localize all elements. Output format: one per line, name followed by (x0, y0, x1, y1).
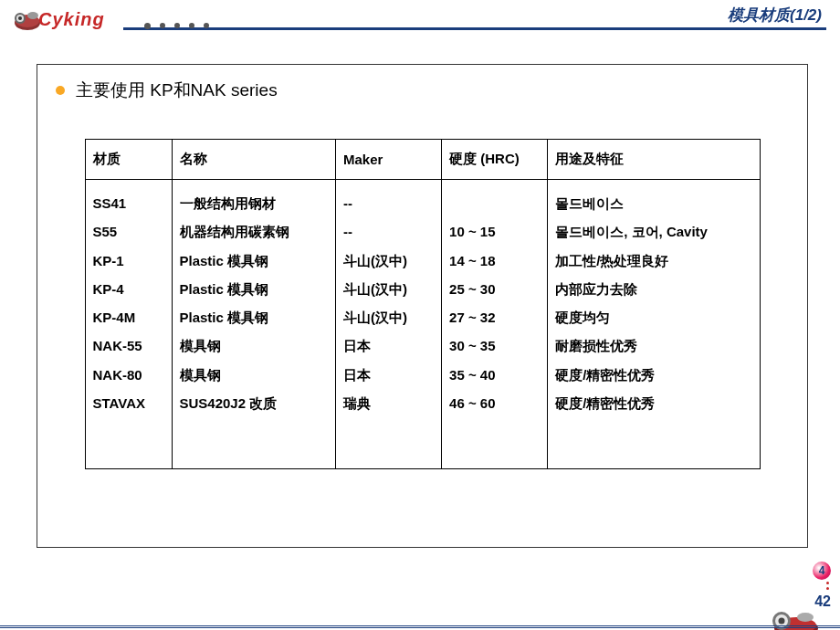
table-row: S55机器结构用碳素钢--10 ~ 15몰드베이스, 코어, Cavity (85, 217, 760, 246)
table-row: KP-4Plastic 模具钢斗山(汉中)25 ~ 30内部应力去除 (85, 275, 760, 303)
th-name: 名称 (172, 140, 335, 180)
cell-material: S55 (85, 217, 172, 246)
cell-usage: 몰드베이스, 코어, Cavity (548, 217, 760, 246)
cell-name: 模具钢 (172, 331, 335, 360)
footer-dots (826, 582, 829, 590)
cell-name: Plastic 模具钢 (172, 247, 335, 275)
cell-hardness: 14 ~ 18 (442, 247, 548, 275)
badge-number: 4 (813, 562, 831, 580)
cell-material: KP-4 (85, 275, 172, 303)
svg-point-10 (779, 618, 785, 625)
th-hardness: 硬度 (HRC) (442, 140, 548, 180)
section-header: 主要使用 KP和NAK series (37, 65, 807, 116)
table-header-row: 材质 名称 Maker 硬度 (HRC) 用途及特征 (85, 140, 760, 180)
cell-maker: 瑞典 (335, 389, 441, 469)
svg-point-11 (797, 613, 814, 622)
cell-material: STAVAX (85, 389, 172, 469)
table-row: KP-4MPlastic 模具钢斗山(汉中)27 ~ 32硬度均匀 (85, 303, 760, 331)
cell-hardness: 25 ~ 30 (442, 275, 548, 303)
cell-hardness: 10 ~ 15 (442, 217, 548, 246)
th-maker: Maker (335, 140, 441, 180)
cell-name: 模具钢 (172, 361, 335, 389)
th-usage: 用途及特征 (548, 140, 760, 180)
cell-maker: -- (335, 180, 441, 218)
cell-usage: 加工性/热处理良好 (548, 247, 760, 275)
table-row: KP-1Plastic 模具钢斗山(汉中)14 ~ 18加工性/热处理良好 (85, 247, 760, 275)
section-title: 主要使用 KP和NAK series (76, 79, 278, 102)
cell-hardness: 46 ~ 60 (442, 389, 548, 469)
cell-maker: 日本 (335, 331, 441, 360)
cell-usage: 硬度/精密性优秀 (548, 361, 760, 389)
cell-name: 机器结构用碳素钢 (172, 217, 335, 246)
cell-maker: 斗山(汉中) (335, 275, 441, 303)
cell-hardness (442, 180, 548, 218)
cell-material: SS41 (85, 180, 172, 218)
cell-maker: 斗山(汉中) (335, 303, 441, 331)
svg-point-5 (27, 12, 38, 19)
header-divider (123, 27, 826, 30)
logo-text: Cyking (38, 9, 105, 30)
cell-hardness: 30 ~ 35 (442, 331, 548, 360)
page-title: 模具材质(1/2) (728, 5, 822, 26)
footer-divider (0, 625, 840, 628)
cell-name: SUS420J2 改质 (172, 389, 335, 469)
slide-header: Cyking 模具材质(1/2) (0, 0, 840, 37)
header-dots (144, 23, 209, 29)
cell-material: NAK-80 (85, 361, 172, 389)
cell-hardness: 35 ~ 40 (442, 361, 548, 389)
cell-maker: 日本 (335, 361, 441, 389)
cell-hardness: 27 ~ 32 (442, 303, 548, 331)
table-row: SS41一般结构用钢材--몰드베이스 (85, 180, 760, 218)
cell-material: KP-4M (85, 303, 172, 331)
cell-maker: 斗山(汉中) (335, 247, 441, 275)
cell-material: NAK-55 (85, 331, 172, 360)
cell-name: Plastic 模具钢 (172, 275, 335, 303)
cell-usage: 硬度均匀 (548, 303, 760, 331)
cell-usage: 硬度/精密性优秀 (548, 389, 760, 469)
material-table: 材质 名称 Maker 硬度 (HRC) 用途及特征 SS41一般结构用钢材--… (85, 139, 761, 469)
cell-usage: 内部应力去除 (548, 275, 760, 303)
svg-point-4 (18, 16, 22, 20)
table-row: NAK-80模具钢日本35 ~ 40硬度/精密性优秀 (85, 361, 760, 389)
cell-name: 一般结构用钢材 (172, 180, 335, 218)
cell-name: Plastic 模具钢 (172, 303, 335, 331)
content-frame: 主要使用 KP和NAK series 材质 名称 Maker 硬度 (HRC) … (37, 64, 808, 548)
bullet-icon (56, 86, 65, 95)
cell-maker: -- (335, 217, 441, 246)
cell-usage: 몰드베이스 (548, 180, 760, 218)
cell-material: KP-1 (85, 247, 172, 275)
table-row: NAK-55模具钢日本30 ~ 35耐磨损性优秀 (85, 331, 760, 360)
cell-usage: 耐磨损性优秀 (548, 331, 760, 360)
table-row: STAVAXSUS420J2 改质瑞典46 ~ 60硬度/精密性优秀 (85, 389, 760, 469)
th-material: 材质 (85, 140, 172, 180)
